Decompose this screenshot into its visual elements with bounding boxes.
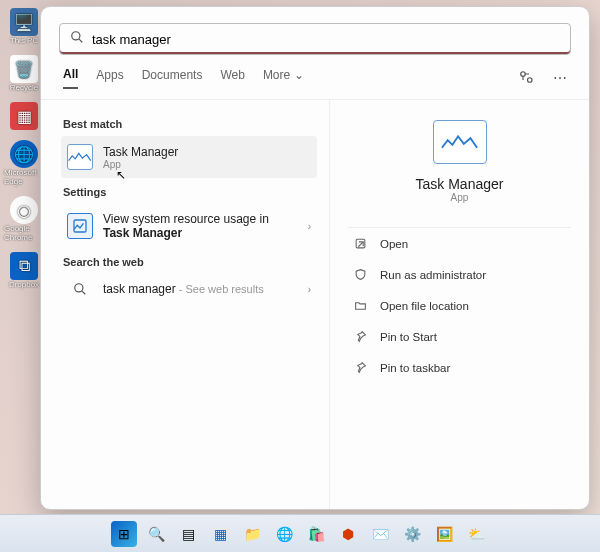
folder-icon bbox=[352, 299, 368, 312]
result-settings-resource[interactable]: View system resource usage in Task Manag… bbox=[61, 204, 317, 248]
web-title: task manager bbox=[103, 282, 176, 296]
svg-line-6 bbox=[82, 291, 85, 294]
open-icon bbox=[352, 237, 368, 250]
preview-pane: Task Manager App Open Run as administrat… bbox=[329, 100, 589, 509]
taskbar-widgets[interactable]: ▦ bbox=[207, 521, 233, 547]
account-icon[interactable] bbox=[517, 68, 535, 89]
settings-result-icon bbox=[67, 213, 93, 239]
preview-hero: Task Manager App bbox=[348, 120, 571, 203]
tab-more[interactable]: More ⌄ bbox=[263, 68, 304, 88]
search-icon bbox=[70, 30, 84, 48]
svg-rect-4 bbox=[74, 220, 86, 232]
svg-point-3 bbox=[528, 77, 533, 82]
taskbar: ⊞ 🔍 ▤ ▦ 📁 🌐 🛍️ ⬢ ✉️ ⚙️ 🖼️ ⛅ bbox=[0, 514, 600, 552]
search-icon bbox=[67, 282, 93, 296]
tab-all[interactable]: All bbox=[63, 67, 78, 89]
action-pin-start[interactable]: Pin to Start bbox=[348, 321, 571, 352]
action-label: Open file location bbox=[380, 300, 469, 312]
action-label: Pin to taskbar bbox=[380, 362, 450, 374]
action-open[interactable]: Open bbox=[348, 228, 571, 259]
action-run-admin[interactable]: Run as administrator bbox=[348, 259, 571, 290]
chevron-right-icon: › bbox=[308, 284, 311, 295]
search-box[interactable] bbox=[59, 23, 571, 55]
settings-line2: Task Manager bbox=[103, 226, 269, 240]
result-title: Task Manager bbox=[103, 145, 178, 159]
shield-icon bbox=[352, 268, 368, 281]
section-best-match: Best match bbox=[63, 118, 317, 130]
taskbar-store[interactable]: 🛍️ bbox=[303, 521, 329, 547]
action-label: Run as administrator bbox=[380, 269, 486, 281]
taskbar-office[interactable]: ⬢ bbox=[335, 521, 361, 547]
task-manager-icon bbox=[433, 120, 487, 164]
pin-icon bbox=[352, 361, 368, 374]
settings-line1: View system resource usage in bbox=[103, 212, 269, 226]
task-manager-icon bbox=[67, 144, 93, 170]
svg-point-0 bbox=[72, 32, 80, 40]
desktop-icon-blank[interactable]: ▦ bbox=[4, 102, 44, 130]
preview-subtitle: App bbox=[451, 192, 469, 203]
chevron-right-icon: › bbox=[308, 221, 311, 232]
action-label: Pin to Start bbox=[380, 331, 437, 343]
taskbar-edge[interactable]: 🌐 bbox=[271, 521, 297, 547]
pin-icon bbox=[352, 330, 368, 343]
tabs-row: All Apps Documents Web More ⌄ ⋯ bbox=[41, 59, 589, 100]
results-left: Best match Task Manager App Settings Vie… bbox=[41, 100, 329, 509]
taskbar-mail[interactable]: ✉️ bbox=[367, 521, 393, 547]
search-input[interactable] bbox=[92, 32, 560, 47]
svg-point-2 bbox=[521, 71, 526, 76]
desktop-icon-dropbox[interactable]: ⧉Dropbox bbox=[4, 252, 44, 289]
result-web-search[interactable]: task manager - See web results › bbox=[61, 274, 317, 304]
taskbar-photos[interactable]: 🖼️ bbox=[431, 521, 457, 547]
desktop-icon-thispc[interactable]: 🖥️This PC bbox=[4, 8, 44, 45]
tab-apps[interactable]: Apps bbox=[96, 68, 123, 88]
taskbar-start[interactable]: ⊞ bbox=[111, 521, 137, 547]
chevron-down-icon: ⌄ bbox=[294, 68, 304, 82]
tab-web[interactable]: Web bbox=[220, 68, 244, 88]
web-aside: - See web results bbox=[176, 283, 264, 295]
more-icon[interactable]: ⋯ bbox=[553, 70, 567, 86]
tab-documents[interactable]: Documents bbox=[142, 68, 203, 88]
result-task-manager[interactable]: Task Manager App bbox=[61, 136, 317, 178]
taskbar-explorer[interactable]: 📁 bbox=[239, 521, 265, 547]
search-panel: All Apps Documents Web More ⌄ ⋯ Best mat… bbox=[40, 6, 590, 510]
section-settings: Settings bbox=[63, 186, 317, 198]
action-open-location[interactable]: Open file location bbox=[348, 290, 571, 321]
desktop-icon-recycle[interactable]: 🗑️Recycle bbox=[4, 55, 44, 92]
preview-title: Task Manager bbox=[416, 176, 504, 192]
section-web: Search the web bbox=[63, 256, 317, 268]
svg-line-1 bbox=[79, 39, 82, 42]
action-label: Open bbox=[380, 238, 408, 250]
taskbar-search[interactable]: 🔍 bbox=[143, 521, 169, 547]
svg-point-5 bbox=[75, 284, 83, 292]
preview-actions: Open Run as administrator Open file loca… bbox=[348, 227, 571, 383]
result-subtitle: App bbox=[103, 159, 178, 170]
taskbar-taskview[interactable]: ▤ bbox=[175, 521, 201, 547]
taskbar-weather[interactable]: ⛅ bbox=[463, 521, 489, 547]
taskbar-settings[interactable]: ⚙️ bbox=[399, 521, 425, 547]
search-row bbox=[41, 7, 589, 59]
action-pin-taskbar[interactable]: Pin to taskbar bbox=[348, 352, 571, 383]
desktop-icon-edge[interactable]: 🌐Microsoft Edge bbox=[4, 140, 44, 186]
desktop-icon-chrome[interactable]: ◉Google Chrome bbox=[4, 196, 44, 242]
